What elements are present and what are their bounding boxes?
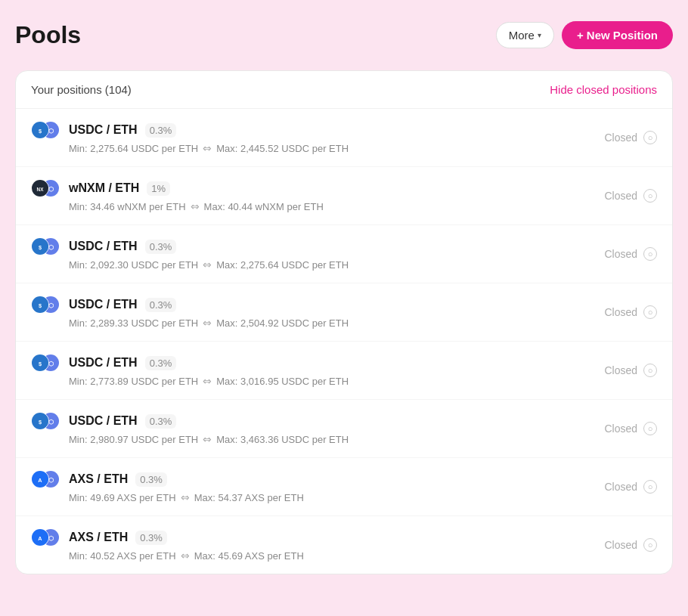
status-badge: Closed xyxy=(604,423,637,435)
position-right: Closed ○ xyxy=(604,131,657,144)
position-max: Max: 3,463.36 USDC per ETH xyxy=(216,434,349,445)
list-item[interactable]: $ ⬡ USDC / ETH 0.3% Min: 2,275.64 USDC p… xyxy=(16,109,672,167)
info-icon[interactable]: ○ xyxy=(643,189,657,203)
status-badge: Closed xyxy=(604,306,637,318)
status-badge: Closed xyxy=(604,539,637,551)
position-range: Min: 2,275.64 USDC per ETH ⇔ Max: 2,445.… xyxy=(69,142,349,154)
position-pair: USDC / ETH xyxy=(69,123,138,137)
range-arrow-icon: ⇔ xyxy=(203,258,212,271)
position-max: Max: 45.69 AXS per ETH xyxy=(194,550,304,562)
svg-text:$: $ xyxy=(39,244,42,251)
svg-text:A: A xyxy=(38,535,42,542)
position-pair: wNXM / ETH xyxy=(69,181,139,195)
list-item[interactable]: A ⬡ AXS / ETH 0.3% Min: 40.52 AXS per ET… xyxy=(16,516,672,574)
position-left: $ ⬡ USDC / ETH 0.3% Min: 2,773.89 USDC p… xyxy=(31,354,349,387)
position-range: Min: 2,980.97 USDC per ETH ⇔ Max: 3,463.… xyxy=(69,433,349,445)
status-badge: Closed xyxy=(604,248,637,260)
svg-text:$: $ xyxy=(39,361,42,367)
position-title-row: $ ⬡ USDC / ETH 0.3% xyxy=(31,237,349,255)
status-badge: Closed xyxy=(604,132,637,144)
range-arrow-icon: ⇔ xyxy=(181,549,190,562)
position-min: Min: 2,275.64 USDC per ETH xyxy=(69,143,198,154)
list-item[interactable]: $ ⬡ USDC / ETH 0.3% Min: 2,092.30 USDC p… xyxy=(16,225,672,283)
position-fee: 0.3% xyxy=(145,240,177,254)
svg-text:$: $ xyxy=(39,302,42,309)
position-title-row: $ ⬡ USDC / ETH 0.3% xyxy=(31,296,349,314)
position-fee: 0.3% xyxy=(145,414,177,429)
new-position-label: + New Position xyxy=(577,29,658,42)
range-arrow-icon: ⇔ xyxy=(203,317,212,329)
position-left: $ ⬡ USDC / ETH 0.3% Min: 2,092.30 USDC p… xyxy=(31,237,349,271)
list-item[interactable]: $ ⬡ USDC / ETH 0.3% Min: 2,289.33 USDC p… xyxy=(16,283,672,342)
token-icons: $ ⬡ xyxy=(31,121,61,139)
info-icon[interactable]: ○ xyxy=(643,480,657,494)
token-icons: A ⬡ xyxy=(31,470,61,488)
token-icon-1: $ xyxy=(31,412,49,430)
position-title-row: $ ⬡ USDC / ETH 0.3% xyxy=(31,412,349,430)
hide-closed-button[interactable]: Hide closed positions xyxy=(550,83,657,96)
range-arrow-icon: ⇔ xyxy=(203,142,212,154)
token-icons: $ ⬡ xyxy=(31,354,61,372)
info-icon[interactable]: ○ xyxy=(643,364,657,377)
new-position-button[interactable]: + New Position xyxy=(562,21,673,49)
token-icons: $ ⬡ xyxy=(31,412,61,430)
range-arrow-icon: ⇔ xyxy=(181,491,190,503)
range-arrow-icon: ⇔ xyxy=(203,375,212,387)
more-button[interactable]: More ▾ xyxy=(496,22,554,48)
position-right: Closed ○ xyxy=(604,538,657,552)
positions-header: Your positions (104) Hide closed positio… xyxy=(16,71,672,109)
header-actions: More ▾ + New Position xyxy=(496,21,673,49)
position-min: Min: 40.52 AXS per ETH xyxy=(69,550,176,562)
info-icon[interactable]: ○ xyxy=(643,305,657,319)
position-max: Max: 3,016.95 USDC per ETH xyxy=(216,376,349,387)
position-max: Max: 2,445.52 USDC per ETH xyxy=(216,143,349,154)
more-label: More xyxy=(509,29,535,42)
position-left: $ ⬡ USDC / ETH 0.3% Min: 2,289.33 USDC p… xyxy=(31,296,349,329)
status-badge: Closed xyxy=(604,364,637,376)
position-pair: USDC / ETH xyxy=(69,414,138,428)
info-icon[interactable]: ○ xyxy=(643,538,657,552)
list-item[interactable]: $ ⬡ USDC / ETH 0.3% Min: 2,980.97 USDC p… xyxy=(16,400,672,458)
position-right: Closed ○ xyxy=(604,305,657,319)
position-pair: USDC / ETH xyxy=(69,356,138,370)
position-fee: 0.3% xyxy=(145,298,177,312)
status-badge: Closed xyxy=(604,190,637,202)
token-icon-1: $ xyxy=(31,237,49,255)
token-icons: $ ⬡ xyxy=(31,296,61,314)
position-fee: 0.3% xyxy=(135,472,167,487)
position-max: Max: 2,275.64 USDC per ETH xyxy=(216,259,349,271)
chevron-down-icon: ▾ xyxy=(538,31,541,39)
token-icon-1: $ xyxy=(31,296,49,314)
token-icons: $ ⬡ xyxy=(31,237,61,255)
position-left: A ⬡ AXS / ETH 0.3% Min: 40.52 AXS per ET… xyxy=(31,528,304,562)
position-left: $ ⬡ USDC / ETH 0.3% Min: 2,275.64 USDC p… xyxy=(31,121,349,154)
position-title-row: $ ⬡ USDC / ETH 0.3% xyxy=(31,121,349,139)
status-badge: Closed xyxy=(604,481,637,493)
position-range: Min: 2,092.30 USDC per ETH ⇔ Max: 2,275.… xyxy=(69,258,349,271)
list-item[interactable]: $ ⬡ USDC / ETH 0.3% Min: 2,773.89 USDC p… xyxy=(16,342,672,400)
svg-text:$: $ xyxy=(39,128,42,135)
info-icon[interactable]: ○ xyxy=(643,131,657,144)
position-title-row: NX ⬡ wNXM / ETH 1% xyxy=(31,179,324,197)
list-item[interactable]: NX ⬡ wNXM / ETH 1% Min: 34.46 wNXM per E… xyxy=(16,167,672,225)
position-right: Closed ○ xyxy=(604,480,657,494)
info-icon[interactable]: ○ xyxy=(643,422,657,435)
position-left: A ⬡ AXS / ETH 0.3% Min: 49.69 AXS per ET… xyxy=(31,470,304,503)
position-range: Min: 2,289.33 USDC per ETH ⇔ Max: 2,504.… xyxy=(69,317,349,329)
position-pair: AXS / ETH xyxy=(69,531,128,544)
position-left: NX ⬡ wNXM / ETH 1% Min: 34.46 wNXM per E… xyxy=(31,179,324,212)
position-fee: 0.3% xyxy=(135,531,167,545)
position-fee: 0.3% xyxy=(145,356,177,370)
position-max: Max: 54.37 AXS per ETH xyxy=(194,492,304,503)
position-min: Min: 49.69 AXS per ETH xyxy=(69,492,176,503)
token-icon-1: A xyxy=(31,528,49,546)
position-min: Min: 2,980.97 USDC per ETH xyxy=(69,434,198,445)
token-icon-1: NX xyxy=(31,179,49,197)
position-range: Min: 49.69 AXS per ETH ⇔ Max: 54.37 AXS … xyxy=(69,491,304,503)
position-min: Min: 34.46 wNXM per ETH xyxy=(69,201,186,212)
position-pair: USDC / ETH xyxy=(69,298,138,311)
info-icon[interactable]: ○ xyxy=(643,247,657,261)
position-left: $ ⬡ USDC / ETH 0.3% Min: 2,980.97 USDC p… xyxy=(31,412,349,445)
position-min: Min: 2,092.30 USDC per ETH xyxy=(69,259,198,271)
list-item[interactable]: A ⬡ AXS / ETH 0.3% Min: 49.69 AXS per ET… xyxy=(16,458,672,516)
